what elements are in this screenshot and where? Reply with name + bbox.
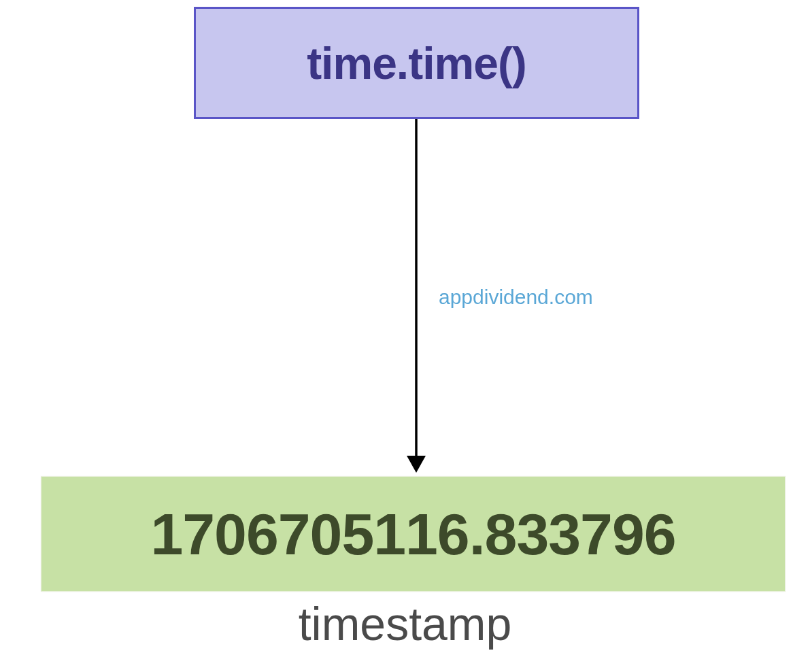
svg-marker-1 xyxy=(407,456,426,473)
function-call-box: time.time() xyxy=(194,7,639,119)
output-value-text: 1706705116.833796 xyxy=(150,501,675,568)
function-call-label: time.time() xyxy=(307,37,526,89)
output-value-box: 1706705116.833796 xyxy=(41,476,786,592)
watermark-text: appdividend.com xyxy=(439,286,593,309)
output-caption: timestamp xyxy=(0,597,810,650)
